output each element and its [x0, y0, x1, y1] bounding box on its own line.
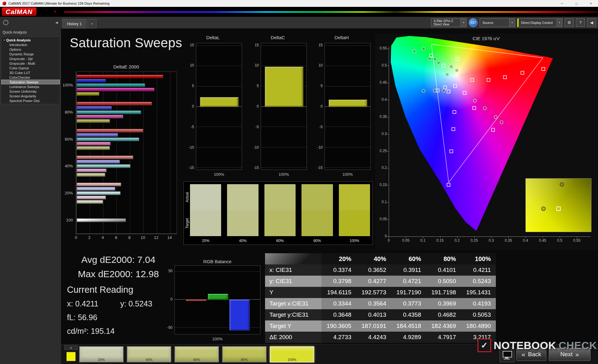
next-button[interactable]: Next »: [549, 348, 591, 361]
saturation-swatch-button-20[interactable]: 20%: [79, 346, 124, 362]
x-axis-tick-label: 12: [154, 235, 158, 240]
close-button[interactable]: ×: [584, 0, 598, 7]
table-cell: 4.4243: [356, 332, 391, 343]
tick-mark: [387, 185, 389, 185]
logo-dropdown-icon[interactable]: ▼: [54, 10, 57, 13]
maximize-button[interactable]: □: [569, 0, 584, 7]
source-dropdown[interactable]: Source ▼: [480, 18, 515, 27]
sidebar-item-screen-uniformity[interactable]: Screen Uniformity: [1, 89, 60, 94]
row-label: Target x:CIE31: [265, 298, 321, 309]
help-button[interactable]: ?: [576, 18, 585, 27]
de-bar: [77, 160, 120, 164]
sidebar-item-luminance-sweeps[interactable]: Luminance Sweeps: [1, 84, 60, 89]
sidebar-item-grayscale-multi[interactable]: Grayscale - Multi: [1, 61, 60, 66]
x-axis-tick-label: 0.35: [501, 238, 516, 243]
actual-swatch: [339, 184, 370, 210]
row-label: y: CIE31: [265, 276, 321, 287]
saturation-swatch-button-40[interactable]: 40%: [127, 346, 171, 362]
sidebar-item-3d-cube-lut[interactable]: 3D Cube LUT: [1, 70, 60, 75]
expand-panel-button[interactable]: ▲: [64, 345, 78, 350]
sidebar-item-options[interactable]: Options: [1, 47, 60, 52]
new-tab-button[interactable]: +: [88, 19, 97, 29]
sidebar-item-colorchecker[interactable]: ColorChecker: [1, 75, 60, 80]
sidebar-item-screen-angularity[interactable]: Screen Angularity: [1, 94, 60, 98]
back-button[interactable]: « Back: [516, 348, 546, 361]
de-bar: [77, 83, 145, 87]
settings-button[interactable]: ⚙: [565, 18, 574, 27]
saturation-swatch-button-60[interactable]: 60%: [174, 346, 219, 362]
gridline: [325, 45, 370, 46]
tick-mark: [457, 236, 458, 238]
cdm2-value: cd/m²: 195.14: [67, 327, 152, 336]
y-axis: 500-50: [162, 265, 174, 334]
table-cell: 190.3605: [321, 320, 356, 332]
table-cell: 194.6115: [321, 287, 356, 298]
tick-mark: [423, 236, 423, 238]
tab-history-1[interactable]: History 1: [62, 19, 86, 29]
gridline: [261, 45, 306, 46]
gridline: [196, 127, 242, 127]
column-header: 60%: [391, 253, 426, 264]
saturation-swatch-button-80[interactable]: 80%: [222, 346, 267, 362]
sidebar-item-label: Quick Analysis: [6, 38, 31, 42]
table-cell: 0.3344: [321, 298, 356, 309]
sidebar: ◀ Quick Analysis ▪Quick AnalysisIntroduc…: [0, 17, 61, 364]
sidebar-item-label: Dynamic Range: [9, 52, 34, 56]
bar-group-100: [77, 207, 177, 234]
table-cell: 0.5050: [426, 276, 461, 287]
y-axis-tick-label: 0: [257, 104, 259, 109]
sidebar-item-label: Introduction: [9, 43, 27, 47]
sidebar-item-quick-analysis[interactable]: ▪Quick Analysis: [1, 38, 60, 42]
sidebar-item-grayscale-2pt[interactable]: Grayscale - 2pt: [1, 56, 60, 61]
y-axis-tick-label: -10: [317, 145, 323, 150]
de-bar: [77, 129, 143, 133]
y-axis: 151050-5-10-15: [313, 43, 325, 170]
plot-area: [325, 43, 371, 170]
sidebar-item-label: 3D Cube LUT: [9, 71, 30, 75]
sidebar-item-color-gamut[interactable]: Color Gamut: [1, 66, 60, 70]
x-axis-tick-label: 10: [140, 235, 145, 240]
y-axis-tick-label: 0: [170, 297, 173, 301]
chevron-down-icon: ▼: [509, 19, 515, 27]
de-bar: [77, 169, 107, 172]
x-axis-tick-label: 0.45: [535, 238, 550, 243]
x-axis-tick-label: 0.2: [449, 238, 465, 243]
window-controls: ─ □ ×: [555, 0, 598, 7]
sidebar-item-spectral-power-dist[interactable]: Spectral Power Dist.: [1, 98, 60, 103]
chevron-left-icon: ◀: [590, 20, 593, 25]
table-cell: 4.9289: [391, 332, 426, 343]
tick-mark: [387, 134, 389, 134]
y-axis-tick-label: 0.3: [375, 132, 387, 136]
de-bar: [77, 164, 131, 168]
swatch-button-label: 60%: [175, 358, 218, 362]
tick-mark: [387, 100, 389, 100]
plot-area: [76, 72, 177, 234]
display-icon-stand: [505, 357, 508, 358]
minimize-button[interactable]: ─: [555, 0, 569, 7]
display-control-dropdown[interactable]: Direct Display Control ▼: [517, 18, 562, 27]
sidebar-item-label: Spectral Power Dist.: [9, 99, 40, 103]
app-window: CalMAN 2017 CalMAN Ultimate for Business…: [0, 0, 598, 364]
de-bar: [77, 133, 118, 137]
deltac-bar: [265, 67, 304, 107]
de-bar: [77, 200, 103, 204]
tick-mark: [387, 49, 389, 49]
tick-mark: [387, 168, 389, 168]
source-label: Source: [480, 21, 496, 25]
calman-logo[interactable]: CalMAN: [2, 7, 36, 16]
collapse-sidebar-button[interactable]: ◀: [55, 21, 58, 25]
collapse-panel-button[interactable]: ◀: [587, 18, 596, 27]
measurement-table: 20%40%60%80%100%x: CIE310.33740.36520.39…: [265, 253, 496, 343]
tick-mark: [525, 236, 526, 238]
meter-dropdown[interactable]: X-Rite i1Pro 2 Direct View ▼: [431, 18, 467, 27]
saturation-swatch-button-100[interactable]: 100%: [270, 346, 314, 362]
current-patch-swatch: [66, 352, 76, 361]
de-bar: [77, 183, 121, 186]
display-preview-button[interactable]: [500, 347, 515, 362]
sidebar-item-saturation-sweeps[interactable]: Saturation Sweeps: [1, 80, 60, 84]
red-bar: [186, 299, 206, 301]
sidebar-item-label: Grayscale - Multi: [9, 62, 35, 65]
sidebar-item-introduction[interactable]: Introduction: [1, 42, 60, 47]
y-axis-tick-label: -50: [167, 325, 173, 330]
sidebar-item-dynamic-range[interactable]: Dynamic Range: [1, 52, 60, 56]
